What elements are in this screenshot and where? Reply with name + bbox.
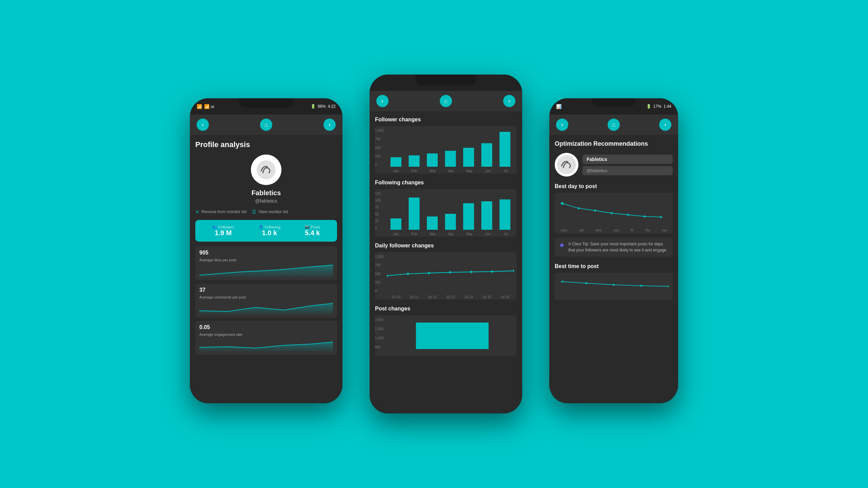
time-text: 4:22 bbox=[328, 104, 336, 109]
battery-icon: 🔋 bbox=[311, 104, 316, 109]
daily-x-labels: Jul 10Jul 11Jul 12Jul 13Jul 14Jul 15Jul … bbox=[387, 295, 514, 299]
avatar-right bbox=[555, 153, 578, 177]
profile-actions: ✕ Remove from monitor list ☰ View monito… bbox=[195, 209, 337, 215]
scene: 📶 📶 oi 🔋 98% 4:22 ‹ ⌂ › Profile analysis bbox=[0, 0, 868, 488]
svg-point-30 bbox=[660, 216, 662, 218]
svg-rect-4 bbox=[445, 151, 456, 167]
opt-profile-name: Fabletics bbox=[583, 155, 673, 164]
post-bar-area bbox=[387, 318, 514, 349]
followers-value: 1.9 M bbox=[212, 229, 234, 237]
follower-changes-section: Follower changes 1,0007505002500 bbox=[375, 117, 517, 174]
fabletics-logo bbox=[256, 160, 276, 180]
follower-x-labels: JanFebMarAprMayJunJul bbox=[387, 169, 514, 173]
svg-point-15 bbox=[387, 274, 388, 277]
carrier-text: 📶 oi bbox=[204, 104, 214, 109]
svg-rect-22 bbox=[416, 323, 489, 349]
stat-followers: 👥 Followers 1.9 M bbox=[212, 225, 234, 237]
opt-profile-handle: @fabletics bbox=[583, 166, 673, 175]
comments-chart-card: 37 Average comments per post bbox=[195, 284, 337, 318]
battery-text: 98% bbox=[318, 104, 326, 109]
content-right: Optimization Recommendations Fabletics @… bbox=[549, 135, 678, 403]
notch-left bbox=[239, 98, 293, 108]
x-icon: ✕ bbox=[195, 209, 199, 215]
battery-right: 🔋 bbox=[646, 104, 651, 109]
engagement-label: Average engagement rate bbox=[199, 332, 333, 337]
following-changes-section: Following changes 1251007550250 bbox=[375, 180, 517, 237]
forward-button-left[interactable]: › bbox=[323, 119, 336, 131]
status-left: 📶 📶 oi bbox=[197, 104, 214, 109]
forward-button-right[interactable]: › bbox=[659, 119, 671, 131]
posts-value: 5.4 k bbox=[305, 229, 320, 237]
opt-title: Optimization Recommendations bbox=[555, 140, 673, 147]
day-chart: monsatwedsunfrithutue bbox=[555, 193, 673, 233]
profile-row-right: Fabletics @fabletics bbox=[555, 153, 673, 177]
tip-text: A Clevr Tip: Save your most important po… bbox=[568, 241, 669, 253]
day-chart-svg bbox=[559, 197, 669, 229]
likes-chart-card: 905 Average likes per post bbox=[195, 246, 337, 280]
daily-follower-section: Daily follower changes 1,0007505002500 bbox=[375, 243, 517, 300]
status-right-left: 🔋 98% 4:22 bbox=[311, 104, 336, 109]
svg-point-17 bbox=[428, 272, 430, 274]
following-bar-area bbox=[387, 192, 514, 230]
back-button-right[interactable]: ‹ bbox=[556, 119, 568, 131]
svg-rect-8 bbox=[391, 218, 401, 230]
view-label: View monitor list bbox=[258, 209, 288, 214]
svg-point-27 bbox=[611, 212, 613, 214]
phone-right: 📊 🔋 17% 1:44 ‹ ⌂ › Optimization Recommen… bbox=[549, 98, 678, 403]
forward-button-center[interactable]: › bbox=[503, 95, 515, 107]
comments-chart bbox=[199, 301, 333, 314]
following-icon: 👤 bbox=[259, 225, 263, 229]
nav-bar-left: ‹ ⌂ › bbox=[190, 115, 342, 135]
remove-action[interactable]: ✕ Remove from monitor list bbox=[195, 209, 246, 215]
screen-right: ‹ ⌂ › Optimization Recommendations bbox=[549, 115, 678, 403]
svg-point-28 bbox=[627, 214, 629, 216]
svg-point-34 bbox=[640, 285, 642, 287]
svg-point-0 bbox=[257, 160, 276, 179]
home-button-right[interactable]: ⌂ bbox=[608, 119, 620, 131]
engagement-value: 0.05 bbox=[199, 324, 333, 330]
svg-point-19 bbox=[470, 271, 472, 273]
following-x-labels: JanFebMarAprMayJunJul bbox=[387, 232, 514, 236]
profile-handle: @fabletics bbox=[195, 198, 337, 204]
avatar-container bbox=[195, 155, 337, 185]
back-button-center[interactable]: ‹ bbox=[376, 95, 389, 107]
phone-center: ‹ ⌂ › Follower changes 1,0007505002500 bbox=[370, 75, 522, 413]
daily-follower-title: Daily follower changes bbox=[375, 243, 517, 249]
svg-point-23 bbox=[557, 155, 576, 174]
posts-label: 📷 Posts bbox=[305, 225, 320, 229]
svg-point-26 bbox=[594, 209, 596, 211]
content-left: Profile analysis Fabletics @fabletics bbox=[190, 135, 342, 403]
home-button-center[interactable]: ⌂ bbox=[440, 95, 452, 107]
followers-icon: 👥 bbox=[212, 225, 217, 229]
notch-right bbox=[592, 98, 636, 106]
signal-icon: 📶 bbox=[197, 104, 202, 109]
svg-rect-6 bbox=[481, 143, 492, 167]
svg-point-35 bbox=[668, 285, 669, 287]
svg-point-29 bbox=[644, 216, 646, 218]
following-changes-title: Following changes bbox=[375, 180, 517, 186]
stats-bar: 👥 Followers 1.9 M 👤 Following 1.0 k bbox=[195, 220, 337, 242]
post-changes-title: Post changes bbox=[375, 306, 517, 312]
svg-rect-13 bbox=[481, 201, 492, 230]
engagement-chart bbox=[199, 338, 333, 351]
svg-point-25 bbox=[578, 207, 580, 209]
daily-line-area bbox=[387, 255, 514, 293]
back-button-left[interactable]: ‹ bbox=[197, 119, 209, 131]
daily-y-labels: 1,0007505002500 bbox=[375, 255, 385, 293]
comments-value: 37 bbox=[199, 287, 333, 293]
svg-rect-11 bbox=[445, 214, 456, 230]
svg-point-18 bbox=[449, 271, 451, 273]
svg-rect-7 bbox=[499, 132, 510, 167]
home-button-left[interactable]: ⌂ bbox=[260, 119, 272, 131]
view-action[interactable]: ☰ View monitor list bbox=[252, 209, 288, 215]
likes-value: 905 bbox=[199, 250, 333, 256]
best-time-title: Best time to post bbox=[555, 263, 673, 269]
follower-changes-title: Follower changes bbox=[375, 117, 517, 123]
svg-point-24 bbox=[561, 202, 564, 205]
nav-bar-right: ‹ ⌂ › bbox=[549, 115, 678, 135]
day-x-labels: monsatwedsunfrithutue bbox=[555, 228, 673, 232]
svg-rect-3 bbox=[427, 154, 438, 167]
fabletics-logo-right bbox=[556, 155, 577, 175]
time-chart bbox=[555, 273, 673, 300]
status-right-right: 🔋 17% 1:44 bbox=[646, 104, 671, 109]
